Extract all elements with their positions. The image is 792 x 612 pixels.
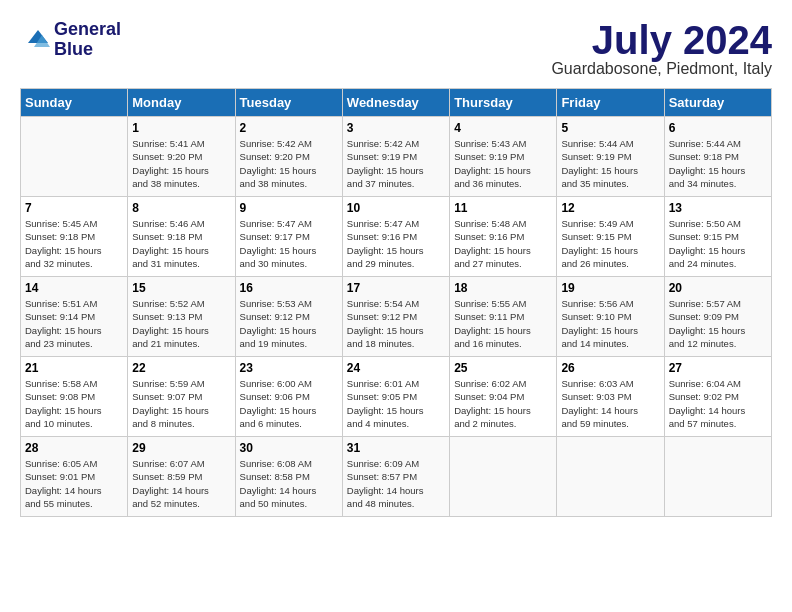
- day-number: 21: [25, 361, 123, 375]
- calendar-cell: [557, 437, 664, 517]
- day-number: 3: [347, 121, 445, 135]
- day-header-friday: Friday: [557, 89, 664, 117]
- day-number: 27: [669, 361, 767, 375]
- calendar-cell: [450, 437, 557, 517]
- day-info: Sunrise: 6:07 AM Sunset: 8:59 PM Dayligh…: [132, 457, 230, 510]
- calendar-cell: 21Sunrise: 5:58 AM Sunset: 9:08 PM Dayli…: [21, 357, 128, 437]
- day-number: 31: [347, 441, 445, 455]
- logo-line2: Blue: [54, 40, 121, 60]
- day-info: Sunrise: 5:48 AM Sunset: 9:16 PM Dayligh…: [454, 217, 552, 270]
- day-info: Sunrise: 6:00 AM Sunset: 9:06 PM Dayligh…: [240, 377, 338, 430]
- day-info: Sunrise: 5:57 AM Sunset: 9:09 PM Dayligh…: [669, 297, 767, 350]
- calendar-cell: 3Sunrise: 5:42 AM Sunset: 9:19 PM Daylig…: [342, 117, 449, 197]
- calendar-cell: 9Sunrise: 5:47 AM Sunset: 9:17 PM Daylig…: [235, 197, 342, 277]
- logo: General Blue: [20, 20, 121, 60]
- day-info: Sunrise: 5:45 AM Sunset: 9:18 PM Dayligh…: [25, 217, 123, 270]
- logo-text: General Blue: [54, 20, 121, 60]
- calendar-cell: 30Sunrise: 6:08 AM Sunset: 8:58 PM Dayli…: [235, 437, 342, 517]
- calendar-cell: 31Sunrise: 6:09 AM Sunset: 8:57 PM Dayli…: [342, 437, 449, 517]
- day-info: Sunrise: 5:58 AM Sunset: 9:08 PM Dayligh…: [25, 377, 123, 430]
- calendar-cell: 25Sunrise: 6:02 AM Sunset: 9:04 PM Dayli…: [450, 357, 557, 437]
- day-header-thursday: Thursday: [450, 89, 557, 117]
- calendar-cell: 6Sunrise: 5:44 AM Sunset: 9:18 PM Daylig…: [664, 117, 771, 197]
- calendar-cell: 17Sunrise: 5:54 AM Sunset: 9:12 PM Dayli…: [342, 277, 449, 357]
- calendar-cell: 1Sunrise: 5:41 AM Sunset: 9:20 PM Daylig…: [128, 117, 235, 197]
- day-info: Sunrise: 5:47 AM Sunset: 9:17 PM Dayligh…: [240, 217, 338, 270]
- day-number: 23: [240, 361, 338, 375]
- day-number: 13: [669, 201, 767, 215]
- day-number: 14: [25, 281, 123, 295]
- day-header-sunday: Sunday: [21, 89, 128, 117]
- day-info: Sunrise: 5:44 AM Sunset: 9:18 PM Dayligh…: [669, 137, 767, 190]
- day-number: 16: [240, 281, 338, 295]
- calendar-cell: 8Sunrise: 5:46 AM Sunset: 9:18 PM Daylig…: [128, 197, 235, 277]
- calendar-cell: 19Sunrise: 5:56 AM Sunset: 9:10 PM Dayli…: [557, 277, 664, 357]
- calendar-cell: 27Sunrise: 6:04 AM Sunset: 9:02 PM Dayli…: [664, 357, 771, 437]
- calendar-cell: 28Sunrise: 6:05 AM Sunset: 9:01 PM Dayli…: [21, 437, 128, 517]
- calendar-week-row: 1Sunrise: 5:41 AM Sunset: 9:20 PM Daylig…: [21, 117, 772, 197]
- calendar-header-row: SundayMondayTuesdayWednesdayThursdayFrid…: [21, 89, 772, 117]
- calendar-cell: [664, 437, 771, 517]
- day-number: 1: [132, 121, 230, 135]
- calendar-week-row: 7Sunrise: 5:45 AM Sunset: 9:18 PM Daylig…: [21, 197, 772, 277]
- calendar-week-row: 21Sunrise: 5:58 AM Sunset: 9:08 PM Dayli…: [21, 357, 772, 437]
- day-info: Sunrise: 5:47 AM Sunset: 9:16 PM Dayligh…: [347, 217, 445, 270]
- calendar-cell: 14Sunrise: 5:51 AM Sunset: 9:14 PM Dayli…: [21, 277, 128, 357]
- day-header-tuesday: Tuesday: [235, 89, 342, 117]
- day-number: 29: [132, 441, 230, 455]
- month-title: July 2024: [551, 20, 772, 60]
- page-header: General Blue July 2024 Guardabosone, Pie…: [20, 20, 772, 78]
- day-number: 4: [454, 121, 552, 135]
- day-number: 2: [240, 121, 338, 135]
- calendar-cell: 15Sunrise: 5:52 AM Sunset: 9:13 PM Dayli…: [128, 277, 235, 357]
- calendar-cell: 18Sunrise: 5:55 AM Sunset: 9:11 PM Dayli…: [450, 277, 557, 357]
- day-number: 22: [132, 361, 230, 375]
- day-info: Sunrise: 5:43 AM Sunset: 9:19 PM Dayligh…: [454, 137, 552, 190]
- calendar-cell: 22Sunrise: 5:59 AM Sunset: 9:07 PM Dayli…: [128, 357, 235, 437]
- day-number: 18: [454, 281, 552, 295]
- calendar-cell: [21, 117, 128, 197]
- day-info: Sunrise: 6:01 AM Sunset: 9:05 PM Dayligh…: [347, 377, 445, 430]
- calendar-cell: 16Sunrise: 5:53 AM Sunset: 9:12 PM Dayli…: [235, 277, 342, 357]
- day-info: Sunrise: 6:03 AM Sunset: 9:03 PM Dayligh…: [561, 377, 659, 430]
- day-info: Sunrise: 5:44 AM Sunset: 9:19 PM Dayligh…: [561, 137, 659, 190]
- day-info: Sunrise: 5:46 AM Sunset: 9:18 PM Dayligh…: [132, 217, 230, 270]
- day-number: 11: [454, 201, 552, 215]
- day-info: Sunrise: 5:53 AM Sunset: 9:12 PM Dayligh…: [240, 297, 338, 350]
- day-number: 10: [347, 201, 445, 215]
- calendar-cell: 26Sunrise: 6:03 AM Sunset: 9:03 PM Dayli…: [557, 357, 664, 437]
- calendar-cell: 10Sunrise: 5:47 AM Sunset: 9:16 PM Dayli…: [342, 197, 449, 277]
- logo-icon: [20, 25, 50, 55]
- day-number: 8: [132, 201, 230, 215]
- title-area: July 2024 Guardabosone, Piedmont, Italy: [551, 20, 772, 78]
- calendar-cell: 4Sunrise: 5:43 AM Sunset: 9:19 PM Daylig…: [450, 117, 557, 197]
- day-number: 5: [561, 121, 659, 135]
- calendar-table: SundayMondayTuesdayWednesdayThursdayFrid…: [20, 88, 772, 517]
- location: Guardabosone, Piedmont, Italy: [551, 60, 772, 78]
- day-info: Sunrise: 5:59 AM Sunset: 9:07 PM Dayligh…: [132, 377, 230, 430]
- calendar-cell: 7Sunrise: 5:45 AM Sunset: 9:18 PM Daylig…: [21, 197, 128, 277]
- calendar-cell: 11Sunrise: 5:48 AM Sunset: 9:16 PM Dayli…: [450, 197, 557, 277]
- day-header-saturday: Saturday: [664, 89, 771, 117]
- day-number: 19: [561, 281, 659, 295]
- calendar-week-row: 28Sunrise: 6:05 AM Sunset: 9:01 PM Dayli…: [21, 437, 772, 517]
- calendar-cell: 2Sunrise: 5:42 AM Sunset: 9:20 PM Daylig…: [235, 117, 342, 197]
- day-number: 30: [240, 441, 338, 455]
- day-info: Sunrise: 5:52 AM Sunset: 9:13 PM Dayligh…: [132, 297, 230, 350]
- calendar-cell: 23Sunrise: 6:00 AM Sunset: 9:06 PM Dayli…: [235, 357, 342, 437]
- day-number: 9: [240, 201, 338, 215]
- day-info: Sunrise: 5:51 AM Sunset: 9:14 PM Dayligh…: [25, 297, 123, 350]
- day-info: Sunrise: 6:02 AM Sunset: 9:04 PM Dayligh…: [454, 377, 552, 430]
- day-info: Sunrise: 5:50 AM Sunset: 9:15 PM Dayligh…: [669, 217, 767, 270]
- day-info: Sunrise: 6:04 AM Sunset: 9:02 PM Dayligh…: [669, 377, 767, 430]
- calendar-cell: 29Sunrise: 6:07 AM Sunset: 8:59 PM Dayli…: [128, 437, 235, 517]
- day-info: Sunrise: 6:05 AM Sunset: 9:01 PM Dayligh…: [25, 457, 123, 510]
- day-info: Sunrise: 5:49 AM Sunset: 9:15 PM Dayligh…: [561, 217, 659, 270]
- day-number: 15: [132, 281, 230, 295]
- day-info: Sunrise: 6:09 AM Sunset: 8:57 PM Dayligh…: [347, 457, 445, 510]
- day-header-monday: Monday: [128, 89, 235, 117]
- day-info: Sunrise: 5:55 AM Sunset: 9:11 PM Dayligh…: [454, 297, 552, 350]
- calendar-cell: 5Sunrise: 5:44 AM Sunset: 9:19 PM Daylig…: [557, 117, 664, 197]
- day-number: 24: [347, 361, 445, 375]
- day-header-wednesday: Wednesday: [342, 89, 449, 117]
